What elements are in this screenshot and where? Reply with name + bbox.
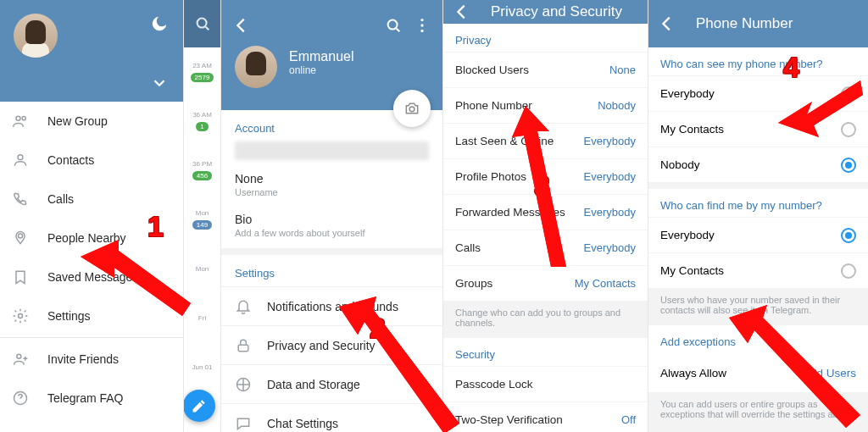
chat-time: Mon	[196, 265, 209, 273]
row-label: Forwarded Messages	[455, 206, 565, 219]
chat-row[interactable]: Jun 01	[184, 342, 220, 391]
radio-icon	[841, 263, 856, 279]
option-label: My Contacts	[660, 264, 724, 277]
privacy-row[interactable]: Forwarded MessagesEverybody	[443, 194, 648, 230]
svg-rect-13	[238, 345, 248, 352]
menu-saved-messages[interactable]: Saved Messages	[0, 258, 183, 296]
phone-icon	[12, 191, 31, 208]
back-icon[interactable]	[655, 12, 679, 36]
search-bar[interactable]	[184, 0, 220, 47]
redacted-field	[235, 141, 429, 160]
bell-icon	[235, 298, 252, 315]
hint-text: Users who have your number saved in thei…	[648, 288, 868, 325]
unread-badge: 456	[192, 171, 212, 180]
phone-header: Phone Number	[648, 0, 868, 47]
data-icon	[235, 376, 252, 393]
field-label: Username	[235, 187, 429, 197]
chat-row[interactable]: Mon149	[184, 195, 220, 244]
privacy-row[interactable]: Blocked UsersNone	[443, 52, 648, 87]
row-chat-settings[interactable]: Chat Settings	[221, 403, 442, 432]
add-users-link[interactable]: Add Users	[803, 367, 856, 379]
phone-number-panel: Phone Number Who can see my phone number…	[648, 0, 868, 432]
avatar[interactable]	[235, 46, 277, 88]
field-value: Bio	[235, 213, 429, 226]
chat-row[interactable]: 23 AM2579	[184, 47, 220, 97]
row-label: Phone Number	[455, 99, 532, 112]
search-icon	[191, 12, 214, 36]
row-label: Chat Settings	[267, 417, 338, 430]
username-field[interactable]: None Username	[221, 167, 442, 208]
bio-field[interactable]: Bio Add a few words about yourself	[221, 208, 442, 248]
privacy-row[interactable]: Last Seen & OnlineEverybody	[443, 123, 648, 158]
unread-badge: 2579	[191, 73, 214, 82]
back-icon[interactable]	[450, 0, 474, 24]
privacy-row[interactable]: CallsEverybody	[443, 230, 648, 265]
change-photo-fab[interactable]	[393, 90, 431, 127]
svg-point-2	[18, 155, 23, 160]
hint-text: You can add users or entire groups as ex…	[648, 392, 868, 429]
row-privacy[interactable]: Privacy and Security	[221, 325, 442, 364]
menu-faq[interactable]: Telegram FAQ	[0, 379, 183, 418]
svg-point-11	[420, 30, 423, 32]
radio-option[interactable]: Everybody	[648, 75, 868, 111]
chat-row[interactable]: Fri	[184, 293, 220, 342]
privacy-panel: Privacy and Security Privacy Blocked Use…	[442, 0, 648, 432]
menu-label: Telegram FAQ	[47, 391, 123, 405]
radio-option[interactable]: Nobody	[648, 147, 868, 182]
compose-fab[interactable]	[183, 390, 215, 422]
menu-contacts[interactable]: Contacts	[0, 141, 183, 180]
menu-invite-friends[interactable]: Invite Friends	[0, 340, 183, 379]
menu-label: People Nearby	[47, 231, 126, 245]
privacy-row[interactable]: GroupsMy Contacts	[443, 265, 648, 301]
chat-row[interactable]: 36 PM456	[184, 146, 220, 195]
question-1: Who can see my phone number?	[648, 47, 868, 75]
svg-point-3	[19, 234, 23, 238]
lock-icon	[235, 337, 252, 354]
profile-status: online	[289, 64, 353, 76]
nearby-icon	[12, 230, 31, 246]
section-security: Security	[443, 338, 648, 366]
radio-option[interactable]: My Contacts	[648, 252, 868, 288]
more-icon[interactable]	[410, 14, 434, 37]
exception-row[interactable]: Always Allow Add Users	[648, 353, 868, 392]
menu-people-nearby[interactable]: People Nearby	[0, 219, 183, 258]
search-icon[interactable]	[381, 14, 405, 37]
unread-badge: 1	[196, 122, 208, 131]
chevron-down-icon[interactable]	[147, 71, 171, 95]
security-row[interactable]: Passcode Lock	[443, 366, 648, 402]
row-data-storage[interactable]: Data and Storage	[221, 364, 442, 403]
radio-option[interactable]: Everybody	[648, 217, 868, 252]
add-person-icon	[12, 351, 31, 368]
chat-row[interactable]: Mon	[184, 244, 220, 293]
menu-calls[interactable]: Calls	[0, 180, 183, 219]
chat-row[interactable]: 36 AM1	[184, 97, 220, 146]
radio-icon	[841, 86, 856, 102]
chat-icon	[235, 415, 252, 432]
field-label: Add a few words about yourself	[235, 228, 429, 238]
avatar[interactable]	[14, 14, 58, 58]
chat-time: 23 AM	[192, 62, 212, 69]
option-label: Everybody	[660, 229, 715, 241]
row-value: Off	[621, 413, 636, 426]
chat-time: 36 PM	[192, 160, 212, 168]
menu-settings[interactable]: Settings	[0, 296, 183, 335]
row-label: Last Seen & Online	[455, 135, 554, 147]
header-title: Privacy and Security	[491, 3, 622, 20]
radio-icon	[841, 158, 856, 173]
night-mode-icon[interactable]	[147, 12, 171, 36]
privacy-row[interactable]: Phone NumberNobody	[443, 87, 648, 123]
option-label: Everybody	[660, 87, 715, 100]
chat-time: Jun 01	[192, 363, 212, 371]
back-icon[interactable]	[230, 14, 253, 37]
row-notifications[interactable]: Notifications and Sounds	[221, 286, 442, 325]
menu-new-group[interactable]: New Group	[0, 102, 183, 141]
privacy-row[interactable]: Profile PhotosEverybody	[443, 158, 648, 194]
svg-point-10	[420, 24, 423, 26]
security-row[interactable]: Two-Step VerificationOff	[443, 402, 648, 432]
exception-label: Always Allow	[660, 367, 726, 379]
profile-name-block: Emmanuel online	[289, 49, 353, 76]
help-icon	[12, 390, 31, 407]
svg-point-4	[19, 314, 23, 318]
radio-option[interactable]: My Contacts	[648, 111, 868, 147]
svg-point-5	[17, 354, 21, 358]
